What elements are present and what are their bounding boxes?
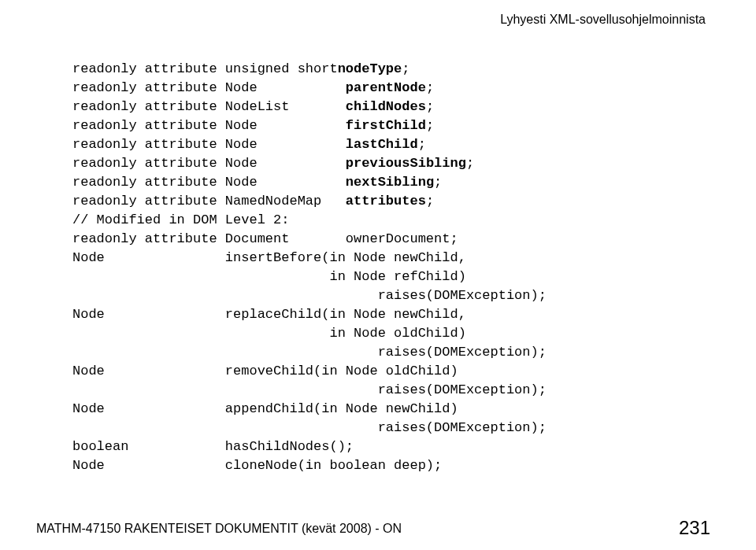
code-text: ; bbox=[426, 118, 434, 133]
footer-course: MATHM-47150 RAKENTEISET DOKUMENTIT (kevä… bbox=[36, 522, 402, 536]
code-keyword: nextSibling bbox=[346, 175, 434, 190]
code-line: readonly attribute Node lastChild; bbox=[72, 135, 709, 154]
code-keyword: nodeType bbox=[338, 61, 402, 76]
code-text: readonly attribute Node bbox=[72, 80, 346, 95]
code-line: in Node refChild) bbox=[72, 268, 709, 286]
code-text: readonly attribute Node bbox=[72, 156, 346, 171]
code-line: Node appendChild(in Node newChild) bbox=[72, 400, 709, 419]
code-line: raises(DOMException); bbox=[72, 286, 709, 305]
header-title: Lyhyesti XML-sovellusohjelmoinnista bbox=[500, 13, 706, 26]
code-line: in Node oldChild) bbox=[72, 324, 709, 343]
document-footer: MATHM-47150 RAKENTEISET DOKUMENTIT (kevä… bbox=[36, 522, 720, 536]
code-line: boolean hasChildNodes(); bbox=[72, 437, 709, 456]
code-text: readonly attribute Node bbox=[72, 175, 346, 190]
code-line: // Modified in DOM Level 2: bbox=[72, 211, 709, 230]
code-keyword: childNodes bbox=[346, 99, 426, 114]
code-line: readonly attribute NodeList childNodes; bbox=[72, 98, 709, 116]
code-line: raises(DOMException); bbox=[72, 343, 709, 362]
code-keyword: attributes bbox=[346, 194, 426, 209]
footer-page-number: 231 bbox=[679, 517, 710, 539]
code-keyword: lastChild bbox=[346, 137, 418, 152]
code-text: ; bbox=[426, 80, 434, 95]
code-line: Node insertBefore(in Node newChild, bbox=[72, 249, 709, 268]
code-line: readonly attribute Node firstChild; bbox=[72, 116, 709, 135]
code-line: raises(DOMException); bbox=[72, 419, 709, 437]
document-header: Lyhyesti XML-sovellusohjelmoinnista bbox=[500, 13, 706, 27]
code-line: Node cloneNode(in boolean deep); bbox=[72, 456, 709, 475]
code-line: readonly attribute unsigned shortnodeTyp… bbox=[72, 60, 709, 79]
code-line: Node removeChild(in Node oldChild) bbox=[72, 362, 709, 381]
code-text: ; bbox=[402, 61, 410, 76]
code-text: readonly attribute Node bbox=[72, 137, 346, 152]
code-text: ; bbox=[466, 156, 474, 171]
code-text: readonly attribute Node bbox=[72, 118, 346, 133]
code-keyword: previousSibling bbox=[346, 156, 466, 171]
code-line: readonly attribute Node nextSibling; bbox=[72, 173, 709, 192]
code-line: readonly attribute Node parentNode; bbox=[72, 79, 709, 98]
code-text: ; bbox=[426, 99, 434, 114]
code-block: readonly attribute unsigned shortnodeTyp… bbox=[72, 60, 709, 475]
code-text: readonly attribute unsigned short bbox=[72, 61, 338, 76]
code-text: ; bbox=[434, 175, 442, 190]
code-text: readonly attribute NodeList bbox=[72, 99, 346, 114]
code-keyword: parentNode bbox=[346, 80, 426, 95]
code-line: Node replaceChild(in Node newChild, bbox=[72, 305, 709, 324]
code-keyword: firstChild bbox=[346, 118, 426, 133]
code-line: raises(DOMException); bbox=[72, 381, 709, 400]
code-line: readonly attribute Document ownerDocumen… bbox=[72, 230, 709, 249]
code-text: ; bbox=[418, 137, 426, 152]
code-text: ; bbox=[426, 194, 434, 209]
code-text: readonly attribute NamedNodeMap bbox=[72, 194, 346, 209]
code-line: readonly attribute Node previousSibling; bbox=[72, 154, 709, 173]
code-line: readonly attribute NamedNodeMap attribut… bbox=[72, 192, 709, 211]
